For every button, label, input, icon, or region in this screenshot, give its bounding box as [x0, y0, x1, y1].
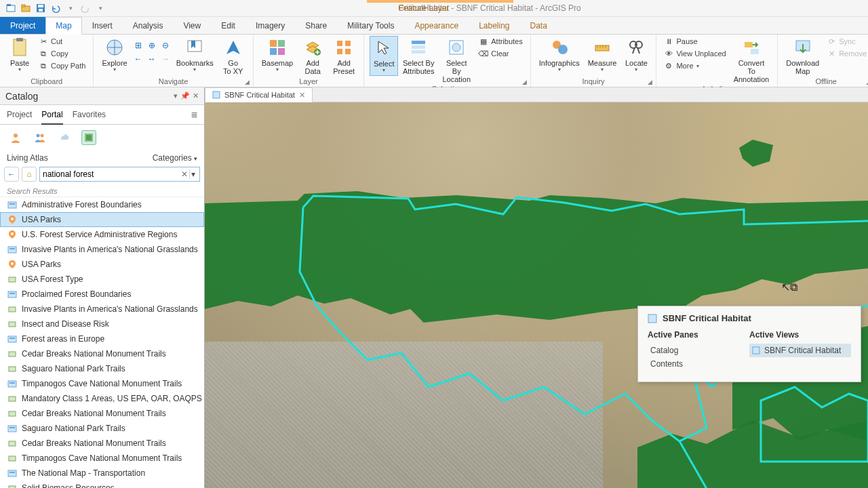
- download-map-button[interactable]: Download Map: [783, 36, 822, 77]
- my-content-icon[interactable]: [8, 130, 23, 145]
- tab-view[interactable]: View: [173, 17, 211, 34]
- result-item[interactable]: U.S. Forest Service Administrative Regio…: [0, 227, 204, 242]
- nav-fixed-zoomin-icon[interactable]: ⊕: [146, 40, 157, 51]
- add-preset-button[interactable]: Add Preset: [330, 36, 358, 77]
- clear-search-icon[interactable]: ✕: [180, 169, 189, 179]
- measure-button[interactable]: Measure▾: [585, 36, 620, 75]
- catalog-tab-portal[interactable]: Portal: [41, 110, 62, 125]
- catalog-pane: Catalog ▾ 📌 ✕ Project Portal Favorites ≡…: [0, 87, 205, 488]
- select-by-location-button[interactable]: Select By Location: [439, 36, 474, 85]
- all-portal-icon[interactable]: [57, 130, 72, 145]
- more-labeling-button[interactable]: ⚙More ▾: [662, 60, 728, 71]
- result-item[interactable]: Proclaimed Forest Boundaries: [0, 287, 204, 302]
- map-area: SBNF Critical Habitat ✕ SBNF Criti: [205, 87, 868, 488]
- cut-button[interactable]: ✂Cut: [37, 36, 87, 47]
- tab-imagery[interactable]: Imagery: [245, 17, 295, 34]
- tab-analysis[interactable]: Analysis: [123, 17, 174, 34]
- tab-share[interactable]: Share: [295, 17, 337, 34]
- nav-prev-extent-icon[interactable]: ←: [133, 54, 144, 64]
- new-project-icon[interactable]: [5, 3, 16, 14]
- undo-icon[interactable]: [50, 3, 61, 14]
- redo-dropdown-icon[interactable]: ▾: [65, 3, 76, 14]
- tab-edit[interactable]: Edit: [211, 17, 245, 34]
- catalog-tab-project[interactable]: Project: [7, 110, 32, 123]
- select-button[interactable]: Select▾: [370, 36, 398, 76]
- result-item[interactable]: Timpanogos Cave National Monument Trails: [0, 376, 204, 391]
- my-groups-icon[interactable]: [33, 130, 47, 145]
- living-atlas-icon[interactable]: [81, 130, 96, 145]
- qat-dropdown-icon[interactable]: ▾: [95, 3, 106, 14]
- tab-project[interactable]: Project: [0, 17, 45, 34]
- tab-appearance[interactable]: Appearance: [404, 17, 469, 34]
- explore-button[interactable]: Explore▾: [99, 36, 130, 75]
- map-tab-sbnf[interactable]: SBNF Critical Habitat ✕: [205, 87, 313, 102]
- search-input[interactable]: [43, 169, 180, 179]
- result-item[interactable]: USA Parks: [0, 212, 204, 227]
- pane-item-contents[interactable]: Contents: [648, 357, 736, 371]
- view-item-sbnf[interactable]: SBNF Critical Habitat: [749, 344, 851, 357]
- select-by-attributes-button[interactable]: Select By Attributes: [401, 36, 436, 77]
- categories-dropdown[interactable]: Categories ▾: [153, 153, 197, 163]
- selection-dialog-launcher[interactable]: ◢: [522, 79, 529, 85]
- map-tab-close-icon[interactable]: ✕: [299, 91, 305, 100]
- add-data-button[interactable]: Add Data: [298, 36, 327, 77]
- result-item[interactable]: USA Forest Type: [0, 272, 204, 287]
- svg-rect-7: [14, 39, 26, 56]
- result-item[interactable]: Timpanogos Cave National Monument Trails: [0, 451, 204, 466]
- dropdown-icon[interactable]: ▾: [174, 92, 178, 100]
- search-box[interactable]: ✕ ▾: [39, 167, 200, 182]
- home-button[interactable]: ⌂: [22, 167, 37, 182]
- save-project-icon[interactable]: [35, 3, 46, 14]
- result-item[interactable]: Administrative Forest Boundaries: [0, 197, 204, 212]
- map-canvas[interactable]: SBNF Critical Habitat Active Panes Catal…: [205, 102, 868, 488]
- attributes-button[interactable]: ▦Attributes: [477, 36, 524, 47]
- result-item[interactable]: Forest areas in Europe: [0, 331, 204, 346]
- infographics-button[interactable]: Infographics▾: [536, 36, 583, 75]
- basemap-button[interactable]: Basemap▾: [259, 36, 296, 75]
- nav-next-extent-icon[interactable]: →: [160, 54, 171, 64]
- results-list[interactable]: Administrative Forest BoundariesUSA Park…: [0, 197, 204, 488]
- tab-labeling[interactable]: Labeling: [469, 17, 519, 34]
- result-item[interactable]: Saguaro National Park Trails: [0, 421, 204, 436]
- close-pane-icon[interactable]: ✕: [193, 92, 199, 100]
- result-item[interactable]: Invasive Plants in America's National Gr…: [0, 242, 204, 257]
- open-project-icon[interactable]: [20, 3, 31, 14]
- bookmarks-button[interactable]: Bookmarks▾: [174, 36, 216, 75]
- tab-military-tools[interactable]: Military Tools: [337, 17, 404, 34]
- go-to-xy-button[interactable]: Go To XY: [219, 36, 248, 77]
- copy-path-button[interactable]: ⧉Copy Path: [37, 60, 87, 71]
- result-item[interactable]: Cedar Breaks National Monument Trails: [0, 406, 204, 421]
- result-item[interactable]: USA Parks: [0, 257, 204, 272]
- tab-map[interactable]: Map: [45, 17, 81, 35]
- result-item[interactable]: Cedar Breaks National Monument Trails: [0, 346, 204, 361]
- popup-title: SBNF Critical Habitat: [663, 313, 751, 323]
- search-dropdown-icon[interactable]: ▾: [189, 169, 197, 179]
- view-unplaced-button[interactable]: 👁View Unplaced: [662, 48, 728, 59]
- catalog-menu-icon[interactable]: ≡: [191, 109, 197, 124]
- result-item[interactable]: Solid Biomass Resources: [0, 481, 204, 488]
- tab-data[interactable]: Data: [520, 17, 557, 34]
- convert-annotation-button[interactable]: Convert To Annotation: [731, 36, 772, 85]
- result-item[interactable]: Cedar Breaks National Monument Trails: [0, 436, 204, 451]
- result-item[interactable]: The National Map - Transportation: [0, 466, 204, 481]
- result-item[interactable]: Mandatory Class 1 Areas, US EPA, OAR, OA…: [0, 391, 204, 406]
- tab-insert[interactable]: Insert: [82, 17, 123, 34]
- back-button[interactable]: ←: [4, 167, 19, 182]
- paste-button[interactable]: Paste ▾: [5, 36, 34, 75]
- result-item[interactable]: Invasive Plants in America's National Gr…: [0, 302, 204, 317]
- nav-full-extent-icon[interactable]: ⊞: [133, 40, 144, 51]
- pause-labeling-button[interactable]: ⏸Pause: [662, 36, 728, 47]
- inquiry-dialog-launcher[interactable]: ◢: [648, 79, 654, 85]
- redo-icon[interactable]: [80, 3, 91, 14]
- catalog-tab-favorites[interactable]: Favorites: [73, 110, 106, 123]
- result-item[interactable]: Insect and Disease Risk: [0, 317, 204, 331]
- copy-button[interactable]: ⧉Copy: [37, 48, 87, 59]
- navigate-dialog-launcher[interactable]: ◢: [245, 79, 252, 85]
- pane-item-catalog[interactable]: Catalog: [648, 344, 736, 357]
- nav-arrow-group-icon[interactable]: ↔: [146, 54, 157, 64]
- result-item[interactable]: Saguaro National Park Trails: [0, 361, 204, 376]
- pin-icon[interactable]: 📌: [180, 92, 190, 100]
- locate-button[interactable]: Locate▾: [622, 36, 650, 75]
- nav-fixed-zoomout-icon[interactable]: ⊖: [160, 40, 171, 51]
- clear-selection-button[interactable]: ⌫Clear: [477, 48, 524, 59]
